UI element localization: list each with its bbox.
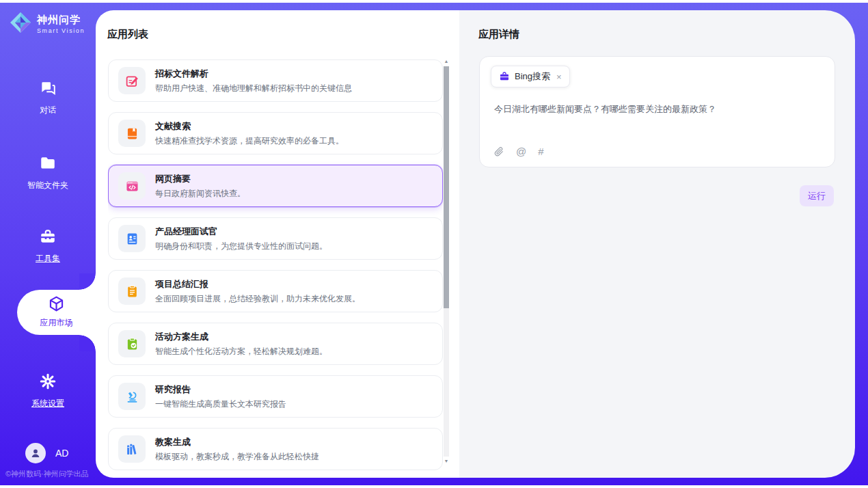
cube-icon	[48, 295, 65, 312]
app-card-texts: 文献搜索快速精准查找学术资源，提高研究效率的必备工具。	[155, 120, 344, 147]
app-card-description: 每日政府新闻资讯快查。	[155, 188, 245, 200]
user-name: AD	[55, 448, 68, 459]
app-card[interactable]: 文献搜索快速精准查找学术资源，提高研究效率的必备工具。	[108, 112, 443, 154]
sidebar-item-cube[interactable]: 应用市场	[17, 290, 96, 335]
app-card[interactable]: 项目总结汇报全面回顾项目进展，总结经验教训，助力未来优化发展。	[108, 270, 443, 312]
hash-icon[interactable]: #	[538, 146, 543, 157]
app-card-description: 智能生成个性化活动方案，轻松解决规划难题。	[155, 346, 327, 357]
avatar-person-icon	[25, 443, 46, 463]
tool-tag-bing-search[interactable]: Bing搜索 ×	[491, 66, 570, 87]
sidebar-item-label: 工具集	[0, 253, 96, 265]
app-card-texts: 研究报告一键智能生成高质量长文本研究报告	[155, 383, 286, 410]
app-window: 神州问学 Smart Vision 对话智能文件夹工具集应用市场系统设置 AD …	[0, 0, 868, 488]
app-background: 神州问学 Smart Vision 对话智能文件夹工具集应用市场系统设置 AD …	[0, 3, 868, 485]
composer-toolbar: @#	[493, 146, 544, 157]
app-card-name: 项目总结汇报	[155, 278, 360, 290]
briefcase-icon	[499, 71, 510, 82]
scrollbar[interactable]: ▲ ▼	[443, 58, 450, 465]
run-button[interactable]: 运行	[800, 185, 834, 206]
content-panels: 应用列表 招标文件解析帮助用户快速、准确地理解和解析招标书中的关键信息文献搜索快…	[96, 10, 855, 478]
app-card[interactable]: 招标文件解析帮助用户快速、准确地理解和解析招标书中的关键信息	[108, 59, 443, 102]
app-card-texts: 产品经理面试官明确身份和职责，为您提供专业性的面试问题。	[155, 226, 327, 252]
brand-subtitle: Smart Vision	[37, 27, 85, 34]
clipboard-check-icon	[118, 330, 146, 357]
app-card-description: 全面回顾项目进展，总结经验教训，助力未来优化发展。	[155, 293, 360, 305]
app-card-name: 活动方案生成	[155, 331, 327, 343]
toolbox-icon	[39, 228, 57, 245]
app-card-name: 研究报告	[155, 383, 286, 396]
sidebar-item-label: 对话	[0, 105, 96, 116]
user-profile[interactable]: AD	[25, 443, 68, 463]
folder-icon	[39, 154, 57, 172]
app-card-texts: 教案生成模板驱动，教案秒成，教学准备从此轻松快捷	[155, 436, 319, 463]
prompt-card: Bing搜索 × 今日湖北有哪些新闻要点？有哪些需要关注的最新政策？ @#	[479, 56, 835, 167]
brand-name: 神州问学	[37, 14, 85, 27]
scrollbar-thumb[interactable]	[444, 66, 449, 308]
app-list-title: 应用列表	[107, 28, 148, 41]
app-card-name: 产品经理面试官	[155, 226, 327, 238]
sidebar-item-label: 智能文件夹	[0, 180, 96, 191]
paperclip-icon[interactable]	[493, 146, 504, 157]
sidebar-item-gear[interactable]: 系统设置	[0, 372, 96, 409]
brand: 神州问学 Smart Vision	[9, 11, 85, 37]
scroll-up-arrow[interactable]: ▲	[443, 58, 450, 65]
tool-tag-label: Bing搜索	[515, 70, 550, 83]
scrollbar-track[interactable]	[444, 66, 449, 457]
brand-text: 神州问学 Smart Vision	[37, 14, 85, 34]
notepad-icon	[118, 277, 146, 305]
book-icon	[118, 120, 146, 147]
app-card-description: 一键智能生成高质量长文本研究报告	[155, 398, 286, 410]
app-card-list: 招标文件解析帮助用户快速、准确地理解和解析招标书中的关键信息文献搜索快速精准查找…	[108, 59, 443, 472]
sidebar-item-label: 系统设置	[0, 398, 96, 409]
copyright-footer: ©神州数码·神州问学出品	[5, 469, 101, 479]
app-card-texts: 项目总结汇报全面回顾项目进展，总结经验教训，助力未来优化发展。	[155, 278, 360, 305]
app-card[interactable]: 教案生成模板驱动，教案秒成，教学准备从此轻松快捷	[108, 428, 443, 470]
app-card[interactable]: 网页摘要每日政府新闻资讯快查。	[108, 165, 443, 207]
app-card-description: 模板驱动，教案秒成，教学准备从此轻松快捷	[155, 451, 319, 463]
app-card-description: 明确身份和职责，为您提供专业性的面试问题。	[155, 241, 327, 252]
sidebar: 神州问学 Smart Vision 对话智能文件夹工具集应用市场系统设置 AD …	[0, 3, 96, 485]
app-card-name: 网页摘要	[155, 173, 245, 185]
app-card[interactable]: 产品经理面试官明确身份和职责，为您提供专业性的面试问题。	[108, 217, 443, 260]
microscope-icon	[118, 383, 146, 410]
app-detail-title: 应用详情	[478, 28, 519, 41]
gear-icon	[39, 372, 57, 390]
at-icon[interactable]: @	[516, 146, 526, 157]
app-card-name: 文献搜索	[155, 120, 344, 133]
sidebar-item-folder[interactable]: 智能文件夹	[0, 154, 96, 191]
sidebar-item-label: 应用市场	[17, 317, 96, 329]
books-icon	[118, 435, 146, 463]
prompt-text[interactable]: 今日湖北有哪些新闻要点？有哪些需要关注的最新政策？	[494, 103, 821, 116]
sidebar-item-chat[interactable]: 对话	[0, 79, 96, 116]
app-card-name: 教案生成	[155, 436, 319, 448]
app-card-description: 快速精准查找学术资源，提高研究效率的必备工具。	[155, 135, 344, 147]
app-card-texts: 招标文件解析帮助用户快速、准确地理解和解析招标书中的关键信息	[155, 68, 352, 94]
resume-icon	[118, 225, 146, 252]
close-icon[interactable]: ×	[556, 72, 562, 82]
app-card-texts: 活动方案生成智能生成个性化活动方案，轻松解决规划难题。	[155, 331, 327, 357]
app-card[interactable]: 研究报告一键智能生成高质量长文本研究报告	[108, 375, 443, 418]
brand-logo-icon	[9, 11, 32, 37]
sidebar-item-toolbox[interactable]: 工具集	[0, 228, 96, 265]
browser-icon	[118, 172, 146, 200]
scroll-down-arrow[interactable]: ▼	[443, 458, 450, 465]
app-card-description: 帮助用户快速、准确地理解和解析招标书中的关键信息	[155, 83, 352, 94]
app-detail-panel: 应用详情 Bing搜索 × 今日湖北有哪些新闻要点？有哪些需要关注的最新政策？ …	[459, 10, 855, 478]
app-list-panel: 应用列表 招标文件解析帮助用户快速、准确地理解和解析招标书中的关键信息文献搜索快…	[96, 10, 459, 478]
app-card-texts: 网页摘要每日政府新闻资讯快查。	[155, 173, 245, 200]
chat-icon	[39, 79, 57, 97]
pen-square-icon	[118, 67, 146, 94]
app-card[interactable]: 活动方案生成智能生成个性化活动方案，轻松解决规划难题。	[108, 323, 443, 365]
app-card-name: 招标文件解析	[155, 68, 352, 80]
